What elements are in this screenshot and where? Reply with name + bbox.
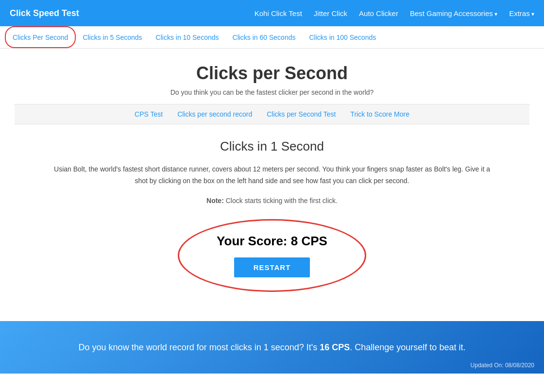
world-record-banner: Do you know the world record for most cl… [0, 321, 544, 374]
top-nav-links: Kohi Click Test Jitter Click Auto Clicke… [255, 9, 534, 17]
score-circle-decoration [178, 219, 366, 292]
section-title: Clicks in 1 Second [15, 139, 529, 154]
breadcrumb-cps-test2[interactable]: Clicks per Second Test [267, 110, 336, 118]
subnav-clicks-100s[interactable]: Clicks in 100 Seconds [302, 26, 383, 48]
brand-logo[interactable]: Click Speed Test [10, 8, 79, 18]
nav-auto-clicker[interactable]: Auto Clicker [359, 9, 398, 17]
restart-button[interactable]: RESTART [234, 257, 310, 277]
sub-navbar: Clicks Per Second Clicks in 5 Seconds Cl… [0, 26, 544, 49]
note-label: Note: [206, 197, 224, 205]
wr-record: 16 CPS [320, 342, 350, 352]
top-navbar: Click Speed Test Kohi Click Test Jitter … [0, 0, 544, 26]
breadcrumb-cps-record[interactable]: Clicks per second record [177, 110, 252, 118]
main-content: Clicks per Second Do you think you can b… [5, 49, 539, 302]
nav-best-gaming[interactable]: Best Gaming Accessories [410, 9, 497, 17]
subnav-clicks-5s[interactable]: Clicks in 5 Seconds [76, 26, 149, 48]
subnav-clicks-per-second[interactable]: Clicks Per Second [5, 26, 76, 48]
note-text: Note: Clock starts ticking with the firs… [15, 197, 529, 205]
wr-text-after: . Challenge yourself to beat it. [350, 342, 465, 352]
subnav-clicks-60s[interactable]: Clicks in 60 Seconds [226, 26, 303, 48]
subnav-clicks-10s[interactable]: Clicks in 10 Seconds [149, 26, 226, 48]
wr-text-before: Do you know the world record for most cl… [79, 342, 320, 352]
section-description: Usian Bolt, the world's fastest short di… [53, 164, 491, 187]
breadcrumb-cps-test[interactable]: CPS Test [135, 110, 163, 118]
nav-jitter-click[interactable]: Jitter Click [314, 9, 347, 17]
nav-kohi-click-test[interactable]: Kohi Click Test [255, 9, 302, 17]
breadcrumb-trick[interactable]: Trick to Score More [350, 110, 409, 118]
score-display: Your Score: 8 CPS [217, 234, 327, 249]
breadcrumb-links: CPS Test Clicks per second record Clicks… [15, 104, 529, 124]
score-container: Your Score: 8 CPS RESTART [178, 219, 366, 292]
page-subtitle: Do you think you can be the fastest clic… [15, 88, 529, 96]
wr-updated-date: Updated On: 08/08/2020 [471, 362, 534, 369]
nav-extras[interactable]: Extras [509, 9, 534, 17]
wr-text: Do you know the world record for most cl… [19, 341, 525, 355]
page-title: Clicks per Second [15, 63, 529, 84]
